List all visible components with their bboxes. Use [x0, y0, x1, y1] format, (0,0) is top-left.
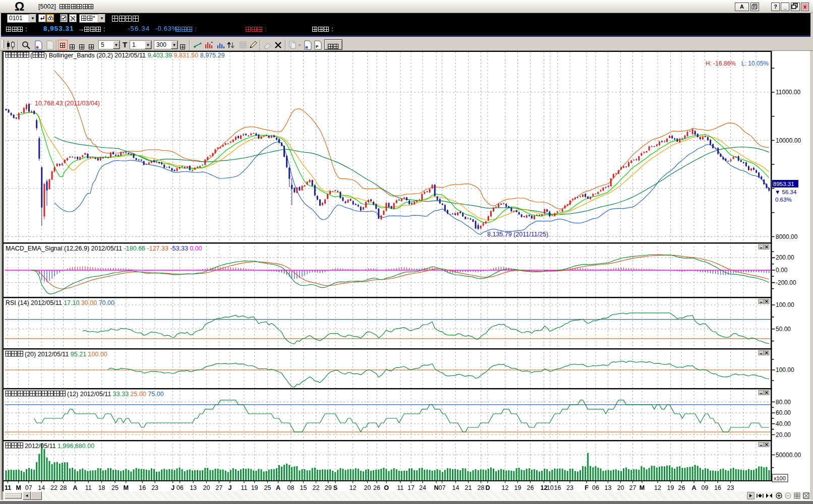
svg-text:25: 25 — [111, 484, 119, 491]
svg-text:A: A — [276, 484, 280, 491]
svg-text:0.00: 0.00 — [776, 267, 788, 274]
svg-text:F: F — [585, 484, 589, 491]
svg-text:19: 19 — [514, 484, 521, 491]
svg-text:22: 22 — [313, 484, 320, 491]
svg-text:20: 20 — [364, 484, 371, 491]
svg-text:50000.00: 50000.00 — [776, 452, 801, 459]
svg-text:17: 17 — [408, 484, 415, 491]
svg-text:A: A — [691, 484, 696, 491]
svg-text:13: 13 — [605, 484, 612, 491]
svg-text:14: 14 — [38, 484, 45, 491]
svg-text:100.00: 100.00 — [776, 366, 794, 373]
svg-text:-200.00: -200.00 — [776, 279, 796, 286]
svg-text:8,135.79 (2011/11/25): 8,135.79 (2011/11/25) — [487, 231, 548, 238]
svg-text:20: 20 — [203, 484, 210, 491]
svg-text:← 10,768.43 (2011/03/04): ← 10,768.43 (2011/03/04) — [27, 100, 100, 107]
svg-text:N: N — [434, 484, 438, 491]
svg-text:12: 12 — [350, 484, 357, 491]
svg-text:M: M — [640, 484, 645, 491]
svg-text:100.00: 100.00 — [776, 301, 794, 308]
svg-text:11: 11 — [241, 484, 247, 491]
svg-text:D: D — [485, 484, 490, 491]
svg-text:J: J — [228, 484, 231, 491]
svg-text:07: 07 — [25, 484, 32, 491]
svg-text:26: 26 — [527, 484, 534, 491]
svg-text:22: 22 — [50, 484, 57, 491]
svg-text:40.00: 40.00 — [776, 420, 791, 427]
svg-text:11: 11 — [5, 484, 11, 491]
svg-text:10: 10 — [547, 484, 554, 491]
svg-text:06: 06 — [592, 484, 599, 491]
svg-text:23: 23 — [151, 484, 158, 491]
svg-text:11: 11 — [397, 484, 403, 491]
svg-text:16: 16 — [139, 484, 146, 491]
svg-text:11: 11 — [85, 484, 92, 491]
svg-text:19: 19 — [251, 484, 258, 491]
svg-text:29: 29 — [325, 484, 332, 491]
svg-text:19: 19 — [667, 484, 674, 491]
svg-text:26: 26 — [678, 484, 685, 491]
svg-text:25: 25 — [264, 484, 271, 491]
svg-text:23: 23 — [566, 484, 573, 491]
svg-text:15: 15 — [300, 484, 307, 491]
svg-text:23: 23 — [727, 484, 734, 491]
svg-text:28: 28 — [60, 484, 67, 491]
svg-text:12: 12 — [654, 484, 661, 491]
svg-text:12: 12 — [502, 484, 509, 491]
svg-text:24: 24 — [419, 484, 426, 491]
svg-text:20: 20 — [617, 484, 624, 491]
svg-text:M: M — [123, 484, 128, 491]
svg-text:M: M — [16, 484, 21, 491]
svg-text:8953.31: 8953.31 — [773, 181, 794, 187]
svg-text:J: J — [171, 484, 175, 491]
svg-text:14: 14 — [452, 484, 459, 491]
svg-text:26: 26 — [373, 484, 380, 491]
svg-text:L: 10.05%: L: 10.05% — [741, 60, 769, 67]
svg-text:O: O — [384, 484, 389, 491]
svg-text:11000.00: 11000.00 — [776, 89, 800, 96]
svg-text:P: P — [316, 44, 319, 49]
svg-text:13: 13 — [190, 484, 197, 491]
svg-text:27: 27 — [629, 484, 636, 491]
svg-text:8000.00: 8000.00 — [776, 233, 798, 240]
svg-text:(20) 2012/05/11 95.21 100.00: (20) 2012/05/11 95.21 100.00 — [25, 351, 107, 358]
svg-text:21: 21 — [465, 484, 472, 491]
svg-text:MACD_EMA_Signal (12,26,9) 2012: MACD_EMA_Signal (12,26,9) 2012/05/11 -18… — [6, 245, 202, 252]
svg-text:2012/05/11 1,996,680.00: 2012/05/11 1,996,680.00 — [25, 443, 94, 450]
svg-text:18: 18 — [98, 484, 105, 491]
svg-text:10000.00: 10000.00 — [776, 137, 801, 144]
svg-text:60.00: 60.00 — [776, 409, 791, 416]
svg-text:08: 08 — [287, 484, 295, 491]
svg-text:09: 09 — [702, 484, 709, 491]
svg-text:07: 07 — [439, 484, 446, 491]
svg-text:RSI (14) 2012/05/11 17.10 30.0: RSI (14) 2012/05/11 17.10 30.00 70.00 — [6, 299, 114, 306]
svg-text:S: S — [333, 484, 337, 491]
svg-text:28: 28 — [478, 484, 485, 491]
svg-text:▼ 56.34: ▼ 56.34 — [775, 189, 797, 195]
svg-text:A: A — [73, 484, 77, 491]
svg-text:) Bollinger_Bands (20,2) 2012/: ) Bollinger_Bands (20,2) 2012/05/11 9,40… — [45, 52, 224, 59]
svg-text:200.00: 200.00 — [776, 254, 794, 261]
svg-text:06: 06 — [177, 484, 184, 491]
svg-text:80.00: 80.00 — [776, 399, 791, 406]
svg-text:(12) 2012/05/11 33.33 25.00 75: (12) 2012/05/11 33.33 25.00 75.00 — [67, 391, 164, 398]
svg-text:H: -16.86%: H: -16.86% — [706, 60, 736, 67]
svg-text:x100: x100 — [774, 475, 786, 481]
svg-text:27: 27 — [215, 484, 222, 491]
svg-text:50.00: 50.00 — [776, 326, 791, 333]
svg-text:16: 16 — [554, 484, 561, 491]
svg-text:0.63%: 0.63% — [775, 197, 792, 203]
svg-text:20.00: 20.00 — [776, 431, 791, 438]
svg-text:16: 16 — [714, 484, 721, 491]
